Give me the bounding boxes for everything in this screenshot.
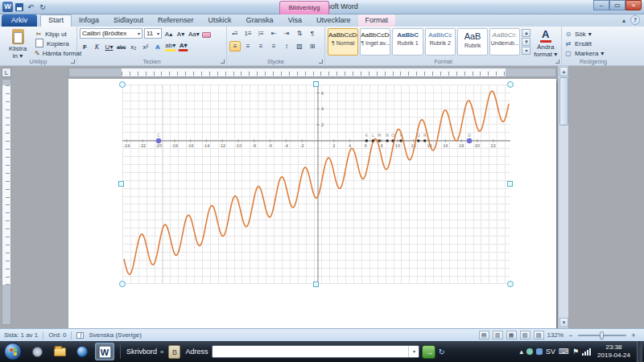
subscript-button[interactable]: x₂	[128, 41, 138, 51]
tray-overflow-chevron-icon[interactable]: ▴	[519, 348, 523, 356]
styles-dialog-launcher-icon[interactable]	[555, 60, 559, 64]
style-subtitle[interactable]: AaBbCc. Underrub...	[489, 28, 520, 56]
zoom-level[interactable]: 132%	[547, 331, 564, 339]
horizontal-ruler[interactable]	[68, 68, 556, 77]
taskbar-explorer[interactable]	[50, 343, 69, 360]
vertical-scrollbar[interactable]: ▲ ▼	[558, 66, 568, 328]
start-button[interactable]	[4, 343, 22, 360]
draft-view-icon[interactable]: ▨	[534, 331, 544, 339]
styles-scroll-down-icon[interactable]: ▼	[522, 38, 530, 46]
print-layout-view-icon[interactable]: ▤	[479, 331, 489, 339]
italic-button[interactable]: K	[92, 41, 102, 51]
grow-font-button[interactable]: A▴	[163, 28, 174, 39]
bullets-button[interactable]: •≡	[229, 28, 241, 39]
toolbar-b-button[interactable]: B	[168, 345, 180, 359]
line-spacing-button[interactable]: ↕	[281, 41, 292, 51]
help-icon[interactable]: ?	[630, 15, 640, 25]
style-heading1[interactable]: AaBbC Rubrik 1	[392, 28, 423, 56]
text-effects-button[interactable]: A	[152, 41, 163, 51]
network-icon[interactable]	[582, 348, 591, 356]
increase-indent-button[interactable]: ⇥	[281, 28, 292, 39]
find-button[interactable]: ⊙ Sök ▾	[564, 30, 622, 39]
selection-handle-top-right[interactable]	[507, 81, 514, 88]
maximize-button[interactable]: ▭	[609, 0, 625, 10]
proofing-icon[interactable]	[76, 332, 84, 339]
language-indicator[interactable]: Svenska (Sverige)	[89, 331, 141, 339]
address-dropdown-icon[interactable]: ▾	[408, 346, 419, 357]
multilevel-list-button[interactable]: ⁝≡	[255, 28, 266, 39]
styles-scroll-up-icon[interactable]: ▲	[522, 29, 530, 37]
bold-button[interactable]: F	[80, 41, 90, 51]
show-paragraph-marks-button[interactable]: ¶	[307, 28, 318, 39]
clipboard-dialog-launcher-icon[interactable]	[71, 60, 75, 64]
selection-handle-top-middle[interactable]	[313, 81, 319, 87]
keyboard-icon[interactable]: ⌨	[559, 348, 569, 356]
style-no-spacing[interactable]: AaBbCcDc ¶ Inget av...	[360, 28, 390, 56]
tab-referenser[interactable]: Referenser	[151, 14, 201, 27]
page-indicator[interactable]: Sida: 1 av 1	[4, 331, 38, 339]
format-painter-button[interactable]: ✎ Hämta format	[35, 49, 74, 58]
taskbar-word-active[interactable]: W	[95, 343, 114, 360]
cut-button[interactable]: ✂ Klipp ut	[35, 30, 74, 39]
desktop-toolbar-label[interactable]: Skrivbord	[126, 348, 157, 356]
show-desktop-button[interactable]	[637, 341, 642, 362]
minimize-button[interactable]: –	[593, 0, 609, 10]
graph-canvas[interactable]: -24-22-20-18-16-14-12-10-8-6-4-224681012…	[122, 84, 510, 284]
zoom-slider[interactable]	[578, 335, 626, 336]
style-normal[interactable]: AaBbCcDc ¶ Normal	[328, 28, 358, 56]
fullscreen-view-icon[interactable]: ▥	[493, 331, 503, 339]
font-dialog-launcher-icon[interactable]	[221, 60, 225, 64]
align-left-button[interactable]: ≡	[229, 41, 241, 51]
selection-handle-bottom-right[interactable]	[507, 281, 514, 287]
clear-formatting-icon[interactable]	[202, 32, 211, 38]
strikethrough-button[interactable]: abc	[116, 41, 126, 51]
decrease-indent-button[interactable]: ⇤	[268, 28, 279, 39]
tab-granska[interactable]: Granska	[239, 14, 281, 27]
selection-handle-right-middle[interactable]	[507, 181, 513, 187]
tab-infoga[interactable]: Infoga	[72, 14, 106, 27]
scrollbar-thumb[interactable]	[559, 77, 568, 125]
language-tray-label[interactable]: SV	[546, 348, 555, 356]
desktop-toolbar-overflow[interactable]: »	[160, 348, 163, 356]
document-page[interactable]: -24-22-20-18-16-14-12-10-8-6-4-224681012…	[68, 79, 556, 328]
vertical-ruler[interactable]	[2, 79, 11, 325]
tab-arkiv[interactable]: Arkiv	[2, 14, 37, 27]
address-input[interactable]: ▾	[212, 345, 419, 358]
selection-handle-top-left[interactable]	[119, 81, 126, 88]
change-case-button[interactable]: Aa▾	[188, 28, 200, 39]
paste-button[interactable]: Klistra in ▾	[2, 28, 33, 60]
zoom-out-icon[interactable]: −	[567, 331, 575, 339]
styles-more-icon[interactable]: ▾	[522, 47, 530, 55]
refresh-icon[interactable]: ↻	[438, 348, 444, 356]
copy-button[interactable]: Kopiera	[35, 39, 74, 48]
tab-start[interactable]: Start	[40, 14, 72, 27]
action-center-flag-icon[interactable]: ⚑	[572, 348, 579, 356]
sort-button[interactable]: ⇅	[294, 28, 305, 39]
tab-stop-selector[interactable]: L	[2, 68, 11, 77]
borders-button[interactable]: ⊞	[307, 41, 318, 51]
select-button[interactable]: ▢ Markera ▾	[564, 49, 622, 58]
web-layout-view-icon[interactable]: ▦	[506, 331, 517, 339]
close-button[interactable]: ×	[625, 0, 642, 10]
word-count[interactable]: Ord: 0	[48, 331, 66, 339]
numbering-button[interactable]: 1≡	[242, 28, 254, 39]
selection-handle-left-middle[interactable]	[118, 181, 124, 187]
tab-utvecklare[interactable]: Utvecklare	[309, 14, 358, 27]
tab-utskick[interactable]: Utskick	[201, 14, 239, 27]
scroll-up-icon[interactable]: ▲	[559, 67, 568, 76]
tray-app-icon-2[interactable]	[536, 348, 543, 355]
tab-visa[interactable]: Visa	[281, 14, 309, 27]
style-title[interactable]: AaB Rubrik	[457, 28, 488, 56]
font-size-combo[interactable]: 11 ▾	[144, 28, 162, 39]
taskbar-app-1[interactable]	[27, 343, 47, 360]
zoom-in-icon[interactable]: +	[630, 331, 638, 339]
superscript-button[interactable]: x²	[140, 41, 151, 51]
selection-handle-bottom-left[interactable]	[119, 281, 126, 287]
tab-sidlayout[interactable]: Sidlayout	[106, 14, 151, 27]
underline-button[interactable]: U▾	[104, 41, 114, 51]
highlight-color-button[interactable]: ab▾	[164, 41, 176, 51]
address-go-icon[interactable]: →	[422, 345, 436, 359]
taskbar-media-player[interactable]	[72, 343, 92, 360]
shading-button[interactable]: ▨	[294, 41, 305, 51]
font-family-combo[interactable]: Calibri (Brödtex ▾	[80, 28, 142, 39]
